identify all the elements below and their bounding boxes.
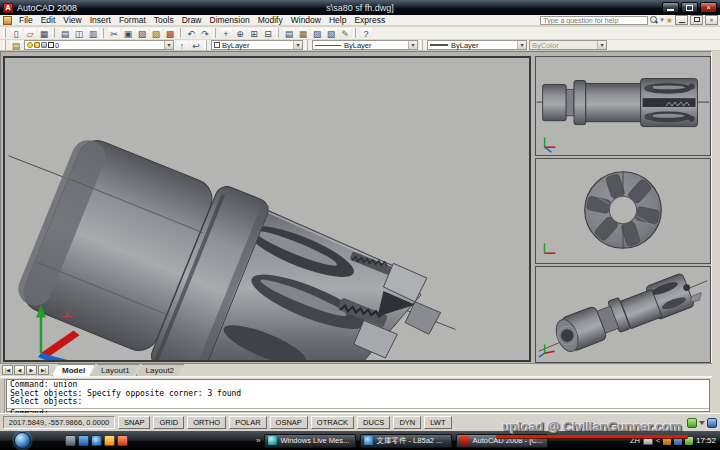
match-properties-icon[interactable]: ▨ (149, 27, 163, 39)
publish-icon[interactable]: ▥ (86, 27, 100, 39)
tab-prev-button[interactable]: ◀ (14, 365, 25, 375)
search-icon[interactable] (650, 16, 658, 24)
toolbar-grip[interactable] (420, 40, 423, 50)
toolbar-grip[interactable] (178, 28, 181, 38)
ortho-toggle[interactable]: ORTHO (187, 416, 226, 429)
dyn-toggle[interactable]: DYN (393, 416, 421, 429)
snap-toggle[interactable]: SNAP (118, 416, 150, 429)
toolbar-grip[interactable] (52, 28, 55, 38)
dropdown-arrow-icon[interactable]: ▾ (164, 41, 173, 49)
show-desktop-icon[interactable] (65, 435, 76, 446)
polar-toggle[interactable]: POLAR (229, 416, 266, 429)
menu-help[interactable]: Help (325, 15, 350, 26)
mail-quicklaunch-icon[interactable] (117, 435, 128, 446)
quicklaunch-overflow-icon[interactable]: » (256, 436, 260, 445)
plot-icon[interactable]: ▤ (58, 27, 72, 39)
tab-first-button[interactable]: |◀ (2, 365, 13, 375)
layer-previous-icon[interactable]: ↩ (189, 40, 203, 50)
tray-chevron-icon[interactable]: < (656, 437, 660, 444)
menu-express[interactable]: Express (350, 15, 389, 26)
viewport-front-view[interactable] (535, 158, 711, 264)
color-control-combo[interactable]: ByLayer ▾ (211, 40, 303, 50)
volume-icon[interactable] (685, 437, 693, 445)
search-dropdown-icon[interactable]: ▾ (660, 16, 664, 24)
copy-icon[interactable]: ▣ (121, 27, 135, 39)
grid-toggle[interactable]: GRID (153, 416, 184, 429)
markup-icon[interactable]: ✎ (338, 27, 352, 39)
paste-icon[interactable]: ▧ (135, 27, 149, 39)
clean-screen-icon[interactable] (707, 418, 717, 428)
menu-insert[interactable]: Insert (86, 15, 115, 26)
toolbar-grip[interactable] (213, 28, 216, 38)
pan-icon[interactable]: + (219, 27, 233, 39)
viewport-side-view[interactable] (535, 56, 711, 156)
designcenter-icon[interactable]: ▦ (296, 27, 310, 39)
menu-draw[interactable]: Draw (178, 15, 206, 26)
annotation-scale-icon[interactable] (687, 418, 697, 428)
redo-icon[interactable]: ↷ (198, 27, 212, 39)
tab-layout1[interactable]: Layout1 (91, 364, 139, 376)
messenger-quicklaunch-icon[interactable] (78, 435, 89, 446)
taskbar-window-autocad[interactable]: AutoCAD 2008 - [C... (456, 434, 548, 448)
help-search-input[interactable] (540, 16, 648, 25)
keyboard-layout-icon[interactable] (643, 437, 653, 445)
zoom-window-icon[interactable]: ⊞ (247, 27, 261, 39)
lineweight-control-combo[interactable]: ByLayer ▾ (427, 40, 527, 50)
viewport-iso-rear-view[interactable] (535, 266, 711, 363)
ie-quicklaunch-icon[interactable] (91, 435, 102, 446)
network-icon[interactable] (674, 437, 682, 445)
otrack-toggle[interactable]: OTRACK (311, 416, 354, 429)
tab-model[interactable]: Model (52, 364, 95, 376)
tab-last-button[interactable]: ▶| (38, 365, 49, 375)
dropdown-arrow-icon[interactable]: ▾ (408, 41, 417, 49)
dropdown-arrow-icon[interactable]: ▾ (517, 41, 526, 49)
favorites-star-icon[interactable]: ★ (666, 16, 673, 25)
block-editor-icon[interactable]: ▩ (163, 27, 177, 39)
toolbar-grip[interactable] (3, 40, 6, 50)
linetype-control-combo[interactable]: ByLayer ▾ (312, 40, 418, 50)
tab-next-button[interactable]: ▶ (26, 365, 37, 375)
ducs-toggle[interactable]: DUCS (357, 416, 390, 429)
doc-restore-button[interactable] (690, 15, 703, 25)
menu-view[interactable]: View (59, 15, 85, 26)
osnap-toggle[interactable]: OSNAP (270, 416, 308, 429)
toolbar-grip[interactable] (3, 28, 6, 38)
command-window-grab-bar[interactable] (0, 379, 5, 414)
menu-edit[interactable]: Edit (37, 15, 60, 26)
toolbar-grip[interactable] (204, 40, 207, 50)
sheetset-manager-icon[interactable]: ▧ (324, 27, 338, 39)
viewport-main-3d[interactable] (3, 56, 531, 362)
doc-close-button[interactable]: × (705, 15, 718, 25)
menu-dimension[interactable]: Dimension (206, 15, 254, 26)
menu-format[interactable]: Format (115, 15, 150, 26)
open-icon[interactable]: ▱ (23, 27, 37, 39)
doc-minimize-button[interactable] (675, 15, 688, 25)
toolbar-grip[interactable] (276, 28, 279, 38)
tool-palettes-icon[interactable]: ▨ (310, 27, 324, 39)
menu-tools[interactable]: Tools (150, 15, 178, 26)
properties-icon[interactable]: ▤ (282, 27, 296, 39)
lwt-toggle[interactable]: LWT (424, 416, 451, 429)
toolbar-grip[interactable] (305, 40, 308, 50)
tray-app-icon[interactable] (663, 437, 671, 445)
maximize-button[interactable] (681, 2, 698, 13)
qnew-icon[interactable]: ▯ (9, 27, 23, 39)
make-object-layer-current-icon[interactable]: ↑ (175, 40, 189, 50)
language-indicator[interactable]: ZH (630, 436, 640, 445)
save-icon[interactable]: ▦ (37, 27, 51, 39)
dropdown-arrow-icon[interactable]: ▾ (293, 41, 302, 49)
menu-modify[interactable]: Modify (254, 15, 287, 26)
toolbar-grip[interactable] (101, 28, 104, 38)
cut-icon[interactable]: ✂ (107, 27, 121, 39)
zoom-previous-icon[interactable]: ⊟ (261, 27, 275, 39)
status-dropdown-icon[interactable] (699, 421, 705, 425)
menu-window[interactable]: Window (287, 15, 325, 26)
close-button[interactable]: × (700, 2, 717, 13)
menu-file[interactable]: File (15, 15, 37, 26)
command-history[interactable]: Command: union Select objects: Specify o… (7, 380, 709, 409)
tab-layout2[interactable]: Layout2 (136, 364, 184, 376)
zoom-realtime-icon[interactable]: ⊕ (233, 27, 247, 39)
layer-combo[interactable]: 0 ▾ (24, 40, 174, 50)
help-icon[interactable]: ? (359, 27, 373, 39)
taskbar-window-messenger[interactable]: Windows Live Mes... (264, 434, 356, 448)
